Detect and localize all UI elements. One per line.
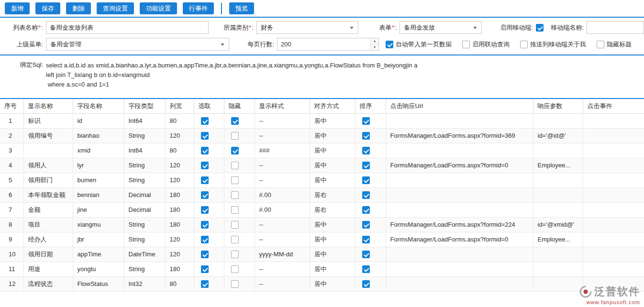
response-param-cell[interactable]: id='@xmid@' <box>533 217 583 232</box>
select-checkbox[interactable] <box>201 117 209 125</box>
field-name-cell[interactable]: id <box>73 113 124 128</box>
save-button[interactable]: 保存 <box>35 2 60 14</box>
column-width-cell[interactable]: 120 <box>165 158 194 173</box>
response-param-cell[interactable] <box>533 262 583 276</box>
column-width-cell[interactable]: 120 <box>165 173 194 187</box>
align-cell[interactable]: 居中 <box>310 217 355 232</box>
response-param-cell[interactable]: id='@id@' <box>533 128 583 143</box>
click-event-cell[interactable] <box>583 173 644 187</box>
sort-checkbox[interactable] <box>362 147 370 154</box>
click-event-cell[interactable] <box>583 143 644 158</box>
column-width-cell[interactable]: 180 <box>165 217 194 232</box>
click-event-cell[interactable] <box>583 187 644 202</box>
display-style-cell[interactable]: ### <box>255 143 310 158</box>
display-name-cell[interactable]: 项目 <box>23 217 73 232</box>
add-button[interactable]: 新增 <box>5 2 30 14</box>
column-width-cell[interactable]: 180 <box>165 202 194 217</box>
column-width-cell[interactable]: 120 <box>165 232 194 247</box>
push-mobile-checkbox[interactable] <box>520 41 528 48</box>
click-url-cell[interactable] <box>386 143 533 158</box>
sort-checkbox[interactable] <box>362 191 370 199</box>
display-name-cell[interactable]: 本年领取金额 <box>23 187 73 202</box>
display-style-cell[interactable]: yyyy-MM-dd <box>255 247 310 262</box>
display-style-cell[interactable]: -- <box>255 232 310 247</box>
display-name-cell[interactable]: 领用日期 <box>23 247 73 262</box>
align-cell[interactable]: 居中 <box>310 128 355 143</box>
field-type-cell[interactable]: String <box>124 217 165 232</box>
sort-checkbox[interactable] <box>362 221 370 229</box>
sort-checkbox[interactable] <box>362 265 370 273</box>
query-settings-button[interactable]: 查询设置 <box>97 2 134 14</box>
click-url-cell[interactable] <box>386 276 533 291</box>
delete-button[interactable]: 删除 <box>66 2 91 14</box>
sort-checkbox[interactable] <box>362 206 370 214</box>
align-cell[interactable]: 居中 <box>310 113 355 128</box>
align-cell[interactable]: 居中 <box>310 232 355 247</box>
field-type-cell[interactable]: String <box>124 128 165 143</box>
hidden-checkbox[interactable] <box>231 265 239 273</box>
field-name-cell[interactable]: bumen <box>73 173 124 187</box>
select-checkbox[interactable] <box>201 206 209 214</box>
align-cell[interactable]: 居中 <box>310 173 355 187</box>
align-cell[interactable]: 居中 <box>310 158 355 173</box>
select-checkbox[interactable] <box>201 132 209 140</box>
select-checkbox[interactable] <box>201 236 209 243</box>
function-settings-button[interactable]: 功能设置 <box>140 2 177 14</box>
hidden-checkbox[interactable] <box>231 221 239 229</box>
field-name-cell[interactable]: jine <box>73 202 124 217</box>
align-cell[interactable]: 居右 <box>310 187 355 202</box>
field-type-cell[interactable]: Int64 <box>124 143 165 158</box>
field-type-cell[interactable]: String <box>124 158 165 173</box>
display-name-cell[interactable]: 金额 <box>23 202 73 217</box>
sort-checkbox[interactable] <box>362 251 370 258</box>
display-style-cell[interactable]: -- <box>255 217 310 232</box>
click-event-cell[interactable] <box>583 217 644 232</box>
hidden-checkbox[interactable] <box>231 176 239 184</box>
response-param-cell[interactable] <box>533 143 583 158</box>
select-checkbox[interactable] <box>201 162 209 169</box>
select-checkbox[interactable] <box>201 176 209 184</box>
click-event-cell[interactable] <box>583 247 644 262</box>
preview-button[interactable]: 预览 <box>229 2 254 14</box>
column-width-cell[interactable]: 80 <box>165 113 194 128</box>
sql-text[interactable]: select a.id,b.id as xmid,a.bianhao,a.lyr… <box>46 61 644 92</box>
response-param-cell[interactable] <box>533 187 583 202</box>
sort-checkbox[interactable] <box>362 236 370 243</box>
hidden-checkbox[interactable] <box>231 132 239 140</box>
sort-checkbox[interactable] <box>362 117 370 125</box>
click-event-cell[interactable] <box>583 128 644 143</box>
column-width-cell[interactable]: 80 <box>165 143 194 158</box>
hidden-checkbox[interactable] <box>231 280 239 288</box>
field-type-cell[interactable]: String <box>124 262 165 276</box>
column-width-cell[interactable]: 120 <box>165 128 194 143</box>
display-style-cell[interactable]: -- <box>255 262 310 276</box>
align-cell[interactable]: 居中 <box>310 276 355 291</box>
hidden-checkbox[interactable] <box>231 251 239 258</box>
display-name-cell[interactable]: 领用编号 <box>23 128 73 143</box>
select-checkbox[interactable] <box>201 251 209 258</box>
form-select[interactable]: 备用金发放 <box>400 21 482 34</box>
display-style-cell[interactable]: -- <box>255 173 310 187</box>
display-name-cell[interactable]: 标识 <box>23 113 73 128</box>
response-param-cell[interactable] <box>533 202 583 217</box>
field-name-cell[interactable]: yongtu <box>73 262 124 276</box>
hidden-checkbox[interactable] <box>231 236 239 243</box>
hide-title-checkbox[interactable] <box>597 41 604 48</box>
click-event-cell[interactable] <box>583 113 644 128</box>
response-param-cell[interactable] <box>533 276 583 291</box>
list-name-input[interactable] <box>46 21 209 34</box>
field-name-cell[interactable]: bianhao <box>73 128 124 143</box>
display-style-cell[interactable]: #.00 <box>255 187 310 202</box>
click-event-cell[interactable] <box>583 202 644 217</box>
click-url-cell[interactable] <box>386 173 533 187</box>
click-url-cell[interactable] <box>386 262 533 276</box>
field-name-cell[interactable]: appTime <box>73 247 124 262</box>
auto-first-page-checkbox[interactable] <box>386 41 393 48</box>
response-param-cell[interactable]: Employee... <box>533 232 583 247</box>
field-type-cell[interactable]: Int32 <box>124 276 165 291</box>
click-event-cell[interactable] <box>583 158 644 173</box>
field-type-cell[interactable]: String <box>124 232 165 247</box>
spin-up-icon[interactable]: ▲ <box>371 38 378 44</box>
click-url-cell[interactable]: FormsManager/LoadForms.aspx?formid=0 <box>386 158 533 173</box>
row-event-button[interactable]: 行事件 <box>183 2 214 14</box>
